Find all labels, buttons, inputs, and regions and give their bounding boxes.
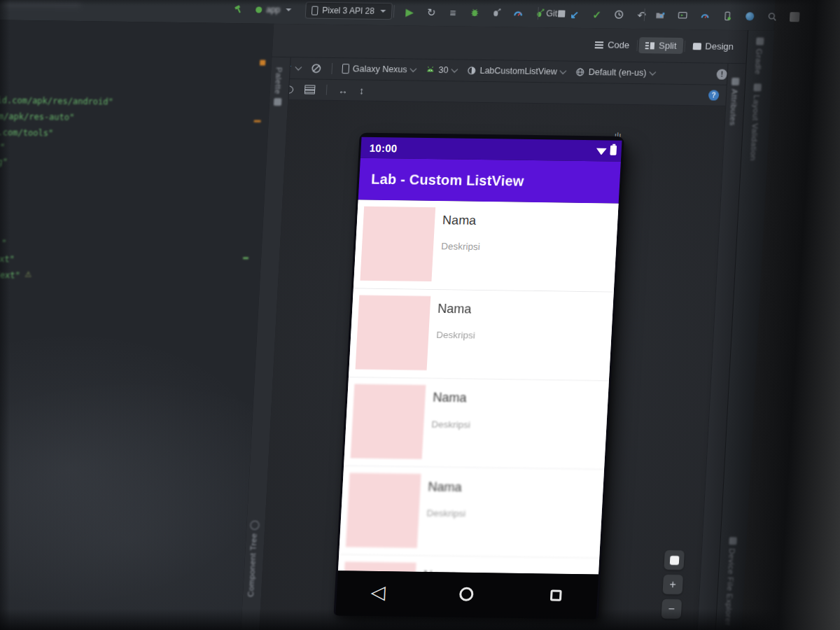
module-app-icon bbox=[255, 6, 262, 13]
code-line: s.android.com/apk/res/android" bbox=[0, 95, 113, 107]
theme-label: LabCustomListView bbox=[479, 66, 557, 77]
device-file-explorer-tab-icon bbox=[729, 537, 737, 545]
layout-validation-icon bbox=[753, 83, 762, 91]
tool-tab-gradle[interactable]: Gradle bbox=[754, 38, 764, 75]
tool-tab-layout-validation[interactable]: Layout Validation bbox=[749, 83, 762, 160]
orientation-button[interactable] bbox=[310, 63, 322, 74]
settings-icon[interactable] bbox=[787, 10, 803, 24]
app-title: Lab - Custom ListView bbox=[371, 172, 525, 190]
layout-validation-tab-label: Layout Validation bbox=[749, 94, 761, 160]
item-name: Nama bbox=[438, 302, 472, 317]
git-history-button[interactable] bbox=[611, 8, 627, 22]
custom-listview[interactable]: Nama Deskripsi Nama Deskripsi Nama Deskr… bbox=[338, 200, 619, 575]
component-tree-tab-label: Component Tree bbox=[246, 533, 258, 596]
logcat-icon[interactable] bbox=[675, 8, 691, 22]
nav-recents-button[interactable] bbox=[550, 589, 562, 601]
device-phone-icon bbox=[342, 64, 349, 74]
gradle-icon bbox=[756, 38, 764, 46]
help-icon[interactable]: ? bbox=[708, 90, 720, 101]
chevron-down-icon bbox=[559, 67, 566, 74]
scrollbar-error-mark[interactable] bbox=[260, 60, 265, 66]
device-for-preview-select[interactable]: Galaxy Nexus bbox=[342, 64, 416, 74]
phone-nav-bar: ◁ bbox=[336, 570, 598, 619]
list-item[interactable]: Nama Deskripsi bbox=[344, 377, 609, 470]
theme-select[interactable]: LabCustomListView bbox=[466, 66, 566, 77]
zoom-in-button[interactable]: + bbox=[662, 575, 683, 594]
toolbar-separator bbox=[331, 63, 332, 74]
device-file-explorer-icon[interactable] bbox=[652, 8, 668, 22]
tool-tab-component-tree[interactable]: Component Tree bbox=[246, 520, 260, 596]
horizontal-resize-icon[interactable]: ↔ bbox=[338, 85, 349, 96]
item-description: Deskripsi bbox=[436, 330, 475, 341]
scrollbar-ok-mark[interactable] bbox=[243, 257, 248, 259]
nav-home-button[interactable] bbox=[459, 587, 474, 601]
chevron-down-icon bbox=[380, 10, 386, 13]
profiler-tool-icon[interactable] bbox=[697, 8, 713, 22]
tool-tab-device-file-explorer[interactable]: Device File Explorer bbox=[724, 537, 737, 626]
apply-changes-restart-button[interactable]: ↻ bbox=[424, 5, 440, 19]
toolbar-separator bbox=[393, 5, 395, 18]
tool-tab-palette[interactable]: Palette bbox=[273, 67, 284, 106]
git-commit-button[interactable]: ✓ bbox=[589, 7, 605, 21]
build-hammer-icon[interactable] bbox=[230, 2, 246, 16]
tab-code[interactable]: Code bbox=[588, 36, 636, 53]
toolbar-separator bbox=[326, 85, 328, 95]
screen-glare bbox=[0, 20, 274, 630]
item-name: Nama bbox=[433, 391, 467, 406]
design-surface[interactable]: ψ 10:00 Lab - Custom ListView Nama Deskr… bbox=[258, 100, 725, 630]
code-line: Text" bbox=[0, 270, 20, 280]
item-image-placeholder bbox=[360, 206, 435, 281]
tab-design[interactable]: Design bbox=[686, 38, 741, 55]
chevron-down-icon bbox=[451, 66, 458, 73]
zoom-out-button[interactable]: − bbox=[662, 599, 682, 619]
device-manager-icon[interactable] bbox=[720, 9, 736, 23]
run-button[interactable]: ▶ bbox=[402, 4, 418, 18]
profiler-button[interactable] bbox=[510, 6, 526, 20]
sdk-manager-icon[interactable] bbox=[742, 9, 758, 23]
debug-button[interactable] bbox=[467, 6, 483, 20]
list-item[interactable]: Nama Deskripsi bbox=[354, 200, 619, 293]
run-configuration-select[interactable]: app bbox=[249, 1, 298, 18]
locale-label: Default (en-us) bbox=[588, 67, 646, 78]
zoom-controls: + − bbox=[662, 550, 685, 619]
status-time: 10:00 bbox=[369, 141, 398, 154]
git-update-button[interactable]: ↙ bbox=[566, 7, 582, 21]
git-rollback-button[interactable]: ↶ bbox=[634, 8, 650, 22]
battery-icon bbox=[610, 146, 617, 155]
code-line: g" bbox=[0, 157, 8, 167]
phone-app-bar: Lab - Custom ListView bbox=[358, 158, 621, 204]
design-tab-icon bbox=[692, 43, 701, 50]
list-item[interactable]: Nama Deskripsi bbox=[339, 466, 604, 559]
phone-preview[interactable]: 10:00 Lab - Custom ListView Nama Deskrip… bbox=[334, 133, 624, 620]
attributes-icon bbox=[731, 78, 739, 85]
run-configuration-label: app bbox=[266, 5, 281, 15]
nav-back-button[interactable]: ◁ bbox=[370, 582, 386, 601]
tool-tab-attributes[interactable]: Attributes bbox=[729, 78, 740, 126]
warning-icon: ⚠ bbox=[24, 270, 32, 279]
tab-separator bbox=[684, 41, 685, 52]
target-device-select[interactable]: Pixel 3 API 28 bbox=[305, 2, 393, 20]
menu-bar[interactable] bbox=[1, 0, 80, 8]
tab-design-label: Design bbox=[705, 41, 734, 52]
vertical-resize-icon[interactable]: ↕ bbox=[359, 85, 365, 96]
item-description: Deskripsi bbox=[426, 507, 465, 519]
device-for-preview-label: Galaxy Nexus bbox=[352, 64, 407, 74]
list-item[interactable]: Nama Deskripsi bbox=[349, 289, 614, 382]
api-level-select[interactable]: 30 bbox=[425, 65, 457, 76]
gradle-tab-label: Gradle bbox=[754, 48, 764, 74]
locale-select[interactable]: Default (en-us) bbox=[575, 67, 654, 78]
render-issues-icon[interactable]: ! bbox=[716, 69, 727, 79]
target-device-label: Pixel 3 API 28 bbox=[322, 6, 374, 16]
code-editor-panel[interactable]: s.android.com/apk/res/android" id.com/ap… bbox=[0, 20, 274, 630]
attributes-tab-label: Attributes bbox=[729, 89, 739, 126]
item-image-placeholder bbox=[351, 384, 426, 459]
apply-code-changes-button[interactable]: ≡ bbox=[445, 5, 461, 19]
search-everywhere-icon[interactable] bbox=[764, 10, 780, 24]
item-image-placeholder bbox=[346, 472, 421, 547]
tab-split[interactable]: Split bbox=[639, 37, 684, 54]
zoom-to-fit-button[interactable] bbox=[664, 550, 685, 570]
scrollbar-warning-mark[interactable] bbox=[254, 120, 261, 122]
item-name: Nama bbox=[428, 479, 462, 495]
attach-debugger-button[interactable] bbox=[489, 6, 505, 20]
layout-list-button[interactable] bbox=[304, 85, 316, 94]
